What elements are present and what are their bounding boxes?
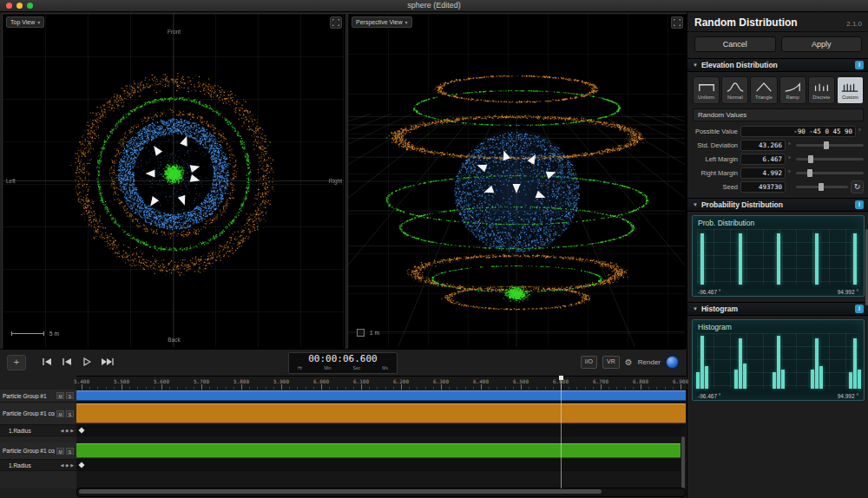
param-value-field[interactable]: 6.467	[740, 154, 786, 165]
orientation-label-front: Front	[168, 29, 181, 35]
solo-button[interactable]: S	[66, 392, 74, 399]
collapse-triangle-icon[interactable]: ▼	[693, 306, 698, 311]
mode-label: Normal	[727, 95, 743, 100]
track-bar[interactable]	[76, 390, 686, 401]
slider-handle[interactable]	[807, 169, 812, 177]
track-lane[interactable]	[76, 442, 686, 460]
mode-button-normal[interactable]: Normal	[721, 76, 748, 104]
transport-controls	[40, 357, 114, 367]
slider-handle[interactable]	[808, 155, 813, 163]
horizontal-scrollbar-thumb[interactable]	[79, 489, 602, 494]
maximize-button[interactable]	[27, 3, 33, 9]
cancel-button[interactable]: Cancel	[694, 36, 776, 52]
step-back-button[interactable]	[60, 357, 74, 367]
fullscreen-icon[interactable]	[330, 16, 342, 29]
chart-title: Histogram	[698, 323, 732, 331]
slider-handle[interactable]	[824, 141, 829, 149]
param-unit: °	[788, 142, 793, 148]
info-icon[interactable]: i	[855, 61, 864, 69]
solo-button[interactable]: S	[66, 448, 74, 455]
param-slider[interactable]	[796, 186, 848, 188]
param-value-field[interactable]: 493730	[740, 181, 786, 193]
top-view-canvas[interactable]	[3, 14, 344, 347]
time-display: 00:00:06.600 HrMinSecMs	[288, 352, 398, 374]
apply-button[interactable]: Apply	[781, 36, 863, 52]
vertical-scrollbar-thumb[interactable]	[681, 436, 685, 494]
gear-icon[interactable]: ⚙	[625, 357, 633, 367]
play-button[interactable]	[80, 357, 94, 367]
track-lane[interactable]	[76, 460, 686, 471]
mute-button[interactable]: M	[56, 448, 64, 455]
param-value-field[interactable]: 43.266	[740, 140, 786, 151]
keyframe-diamond[interactable]	[78, 427, 84, 433]
track-bar[interactable]	[76, 443, 686, 458]
view-selector-top[interactable]: Top View ▾	[6, 16, 44, 28]
track-name-cell[interactable]: Particle Group #1 copyMS	[0, 442, 76, 460]
render-button[interactable]	[666, 356, 679, 369]
info-icon[interactable]: i	[855, 200, 864, 209]
prev-keyframe-icon[interactable]: ◀	[60, 428, 63, 433]
collapse-triangle-icon[interactable]: ▼	[693, 62, 698, 68]
collapse-triangle-icon[interactable]: ▼	[693, 202, 698, 207]
histogram-bar	[700, 336, 704, 389]
track-lane[interactable]	[76, 390, 686, 403]
mode-button-custom[interactable]: Custom	[837, 76, 864, 104]
track-name-cell[interactable]: Particle Group #1MS	[0, 390, 76, 403]
next-keyframe-icon[interactable]: ▶	[70, 462, 74, 468]
ruler-tick-label: 5.700	[194, 378, 209, 384]
next-keyframe-icon[interactable]: ▶	[70, 428, 74, 433]
ruler-tick-label: 6.100	[353, 378, 369, 384]
track-name-cell[interactable]: 1.Radius◀◆▶	[0, 425, 76, 436]
mode-button-triangle[interactable]: Triangle	[750, 76, 777, 104]
track-name-cell[interactable]: 1.Radius◀◆▶	[0, 460, 76, 471]
section-elevation-distribution[interactable]: ▼ Elevation Distribution i	[687, 58, 868, 72]
minimize-button[interactable]	[16, 3, 23, 9]
add-keyframe-icon[interactable]: ◆	[65, 462, 69, 468]
param-slider[interactable]	[796, 144, 864, 147]
param-value-field[interactable]: -90 -45 0 45 90	[740, 126, 856, 137]
vr-button[interactable]: VR	[602, 356, 620, 369]
track-lane[interactable]	[76, 425, 686, 436]
close-button[interactable]	[6, 3, 12, 9]
ruler-tick-label: 6.400	[473, 378, 489, 384]
skip-to-start-button[interactable]	[40, 357, 54, 367]
section-probability-distribution[interactable]: ▼ Probability Distribution i	[687, 198, 868, 212]
view-selector-perspective[interactable]: Perspective View ▾	[352, 16, 412, 28]
scale-label: 5 m	[49, 331, 59, 337]
prev-keyframe-icon[interactable]: ◀	[60, 462, 63, 468]
track-name-cell[interactable]: Particle Group #1 copyMS	[0, 403, 76, 425]
chevron-down-icon: ▾	[405, 19, 408, 25]
grid-toggle-checkbox[interactable]	[357, 329, 365, 337]
track-lane[interactable]	[76, 403, 686, 425]
io-button[interactable]: I/O	[581, 356, 597, 369]
add-keyframe-icon[interactable]: ◆	[65, 428, 69, 433]
mode-button-ramp[interactable]: Ramp	[779, 76, 806, 104]
horizontal-scrollbar[interactable]	[76, 488, 686, 497]
histogram-cluster	[734, 333, 746, 389]
param-slider[interactable]	[796, 172, 864, 174]
section-histogram[interactable]: ▼ Histogram i	[687, 302, 868, 316]
info-icon[interactable]: i	[855, 305, 864, 313]
fullscreen-icon[interactable]	[671, 16, 683, 29]
add-track-button[interactable]: +	[7, 355, 26, 370]
panel-actions: Cancel Apply	[687, 32, 868, 58]
random-values-bar[interactable]: Random Values	[693, 108, 864, 121]
param-slider[interactable]	[796, 158, 864, 161]
keyframe-diamond[interactable]	[78, 462, 84, 468]
fast-forward-button[interactable]	[100, 357, 114, 367]
perspective-view-canvas[interactable]	[348, 14, 685, 347]
solo-button[interactable]: S	[66, 410, 74, 417]
playhead[interactable]	[561, 376, 562, 488]
seed-refresh-button[interactable]: ↻	[851, 180, 864, 193]
mute-button[interactable]: M	[56, 392, 64, 399]
mode-label: Ramp	[786, 95, 799, 100]
mode-button-uniform[interactable]: Uniform	[693, 76, 720, 104]
titlebar: sphere (Edited)	[0, 0, 868, 12]
mode-button-discrete[interactable]: Discrete	[808, 76, 835, 104]
view-selector-perspective-label: Perspective View	[356, 19, 403, 25]
slider-handle[interactable]	[819, 183, 824, 191]
x-min-label: -96.467 °	[698, 289, 720, 295]
mute-button[interactable]: M	[56, 410, 64, 417]
param-value-field[interactable]: 4.992	[740, 167, 786, 179]
track-bar[interactable]	[76, 403, 686, 423]
